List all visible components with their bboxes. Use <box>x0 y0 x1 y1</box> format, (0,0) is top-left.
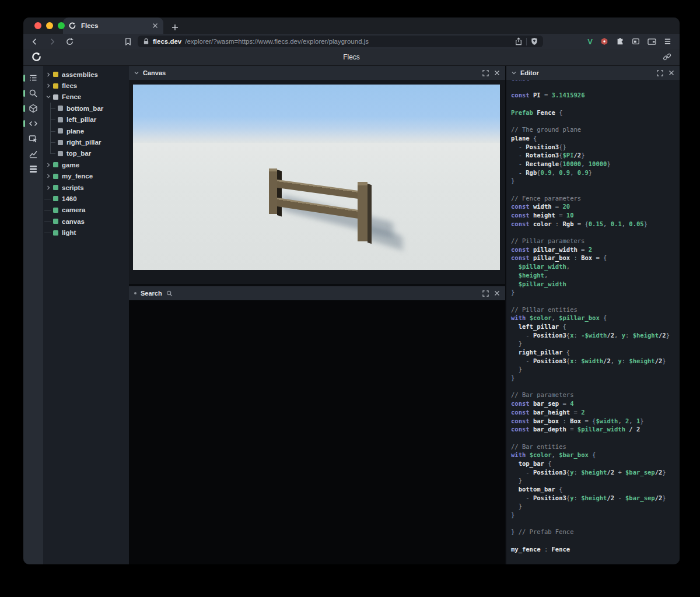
rail-item-hierarchy[interactable] <box>23 71 43 86</box>
rail-item-inspect[interactable] <box>23 131 43 146</box>
code-line <box>511 536 680 545</box>
fullscreen-icon[interactable] <box>482 70 489 76</box>
panel-title: Editor <box>520 69 539 76</box>
leaf-dash <box>44 205 52 216</box>
tree-item-my_fence[interactable]: my_fence <box>43 171 129 182</box>
menu-icon[interactable] <box>664 38 671 45</box>
rail-item-queries[interactable] <box>23 161 43 177</box>
browser-tab[interactable]: Flecs <box>63 17 163 34</box>
sidebar-icon[interactable] <box>632 37 640 45</box>
close-icon[interactable] <box>494 70 500 76</box>
rail-item-code[interactable] <box>23 116 43 131</box>
chevron-right-icon[interactable] <box>44 171 52 182</box>
tab-title: Flecs <box>81 22 148 29</box>
leaf-dash <box>44 216 52 227</box>
fullscreen-icon[interactable] <box>657 70 663 76</box>
close-tab-icon[interactable] <box>152 23 158 29</box>
close-icon[interactable] <box>668 70 674 76</box>
divider <box>526 38 527 45</box>
tree-item-bottom_bar[interactable]: bottom_bar <box>43 103 129 114</box>
entity-icon <box>53 83 58 89</box>
code-line: with $color, $pillar_box { <box>511 314 680 322</box>
tree-item-flecs[interactable]: flecs <box>43 80 129 91</box>
search-panel-header[interactable]: Search <box>129 286 505 300</box>
vue-extension-icon[interactable]: V <box>587 37 593 46</box>
code-area[interactable]: const = const PI = 3.1415926 Prefab Fenc… <box>511 80 680 554</box>
search-body[interactable] <box>129 300 505 564</box>
tree-item-1460[interactable]: 1460 <box>43 193 129 204</box>
code-line: } // Prefab Fence <box>511 528 680 536</box>
center-column: Canvas <box>129 66 505 564</box>
tree-item-light[interactable]: light <box>43 227 129 238</box>
chevron-down-icon[interactable] <box>134 71 139 75</box>
chevron-right-icon[interactable] <box>44 159 52 170</box>
entity-icon <box>53 230 58 236</box>
close-icon[interactable] <box>494 290 500 296</box>
rail-item-stats[interactable] <box>23 146 43 161</box>
chevron-right-icon[interactable] <box>44 182 52 193</box>
wallet-icon[interactable] <box>648 38 656 45</box>
chevron-right-icon[interactable] <box>44 80 52 91</box>
active-indicator <box>23 90 25 97</box>
browser-toolbar: flecs.dev /explorer/?wasm=https://www.fl… <box>23 34 680 49</box>
code-line: } <box>511 177 680 185</box>
tree-item-game[interactable]: game <box>43 159 129 170</box>
entity-icon <box>53 162 58 167</box>
entity-icon <box>53 219 58 224</box>
reload-icon[interactable] <box>65 37 74 46</box>
editor-panel-header[interactable]: Editor <box>506 66 680 80</box>
code-line: // Fence parameters <box>511 194 680 203</box>
back-icon[interactable] <box>30 37 39 46</box>
code-icon <box>29 119 38 128</box>
entity-label: scripts <box>62 184 84 191</box>
page-title: Flecs <box>343 53 360 61</box>
code-line: const PI = 3.1415926 <box>511 91 680 100</box>
tree-item-camera[interactable]: camera <box>43 205 129 216</box>
new-tab-button[interactable] <box>172 24 178 31</box>
code-line: const bar_height = 2 <box>511 408 680 417</box>
entities-icon <box>29 104 38 113</box>
tree-item-top_bar[interactable]: top_bar <box>43 148 129 159</box>
editor-body[interactable]: const = const PI = 3.1415926 Prefab Fenc… <box>506 80 680 564</box>
active-indicator <box>23 75 25 82</box>
forward-icon[interactable] <box>48 37 57 46</box>
fullscreen-icon[interactable] <box>482 290 489 297</box>
main-area: assembliesflecsFencebottom_barleft_pilla… <box>23 66 680 564</box>
link-icon[interactable] <box>663 52 671 61</box>
tree-connector <box>44 125 57 136</box>
tree-item-right_pillar[interactable]: right_pillar <box>43 136 129 148</box>
chevron-down-icon[interactable] <box>512 71 516 75</box>
extensions-puzzle-icon[interactable] <box>616 37 624 45</box>
tree-connector <box>44 148 57 159</box>
3d-viewport[interactable] <box>133 85 500 270</box>
entity-icon <box>53 208 58 213</box>
entity-label: 1460 <box>62 195 77 202</box>
tree-item-plane[interactable]: plane <box>43 125 129 136</box>
tree-item-assemblies[interactable]: assemblies <box>43 69 129 80</box>
chevron-down-icon[interactable] <box>44 92 52 103</box>
zoom-window-button[interactable] <box>58 22 65 29</box>
tree-item-scripts[interactable]: scripts <box>43 182 129 193</box>
rail-item-search[interactable] <box>23 86 43 101</box>
code-line: } <box>511 288 680 297</box>
chevron-right-icon[interactable] <box>44 69 52 80</box>
tree-item-Fence[interactable]: Fence <box>43 92 129 103</box>
entity-label: canvas <box>62 218 85 225</box>
shield-icon[interactable] <box>531 37 538 45</box>
url-bar[interactable]: flecs.dev /explorer/?wasm=https://www.fl… <box>138 36 543 47</box>
code-line: // Pillar entities <box>511 305 680 314</box>
tree-item-left_pillar[interactable]: left_pillar <box>43 114 129 125</box>
canvas-panel-header[interactable]: Canvas <box>129 66 505 80</box>
tree-item-canvas[interactable]: canvas <box>43 216 129 227</box>
entity-label: my_fence <box>62 173 93 180</box>
bookmark-icon[interactable] <box>124 37 132 46</box>
share-icon[interactable] <box>515 37 522 45</box>
minimize-window-button[interactable] <box>46 22 53 29</box>
rail-item-entities[interactable] <box>23 101 43 116</box>
adblock-extension-icon[interactable] <box>600 37 608 45</box>
tree-connector <box>44 114 57 125</box>
entity-label: camera <box>62 206 85 213</box>
code-line: Prefab Fence { <box>511 108 680 117</box>
code-line: - Rgb{0.9, 0.9, 0.9} <box>511 168 680 177</box>
close-window-button[interactable] <box>34 22 41 29</box>
